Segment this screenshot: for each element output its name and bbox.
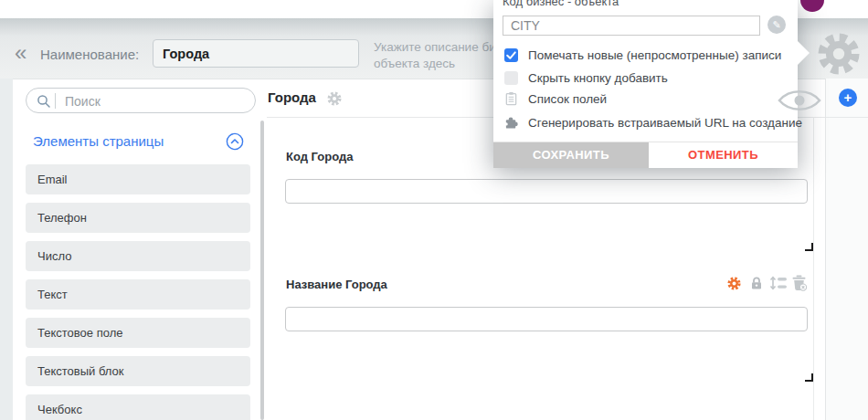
field-gear-icon[interactable] [726,276,742,291]
puzzle-icon [504,115,518,130]
option-field-list[interactable]: Список полей [504,90,607,107]
sidebar-item-label: Текстовое поле [26,318,250,348]
sidebar-item-label: Число [26,241,250,271]
sidebar-item-number[interactable]: Число [26,241,250,271]
right-column [826,79,868,420]
search-icon [37,94,51,109]
sidebar-item-textfield[interactable]: Текстовое поле [26,318,250,348]
sidebar-item-label: Email [26,164,250,194]
search-box[interactable] [26,88,256,113]
option-label: Помечать новые (непросмотренные) записи [528,48,781,62]
sidebar-item-email[interactable]: Email [26,164,250,194]
left-gutter [0,79,13,420]
canvas-right-border [813,117,814,420]
code-label: Код бизнес - объекта [503,0,619,8]
popup-arrow [798,41,810,65]
option-hide-add[interactable]: Скрыть кнопку добавить [504,69,668,86]
search-divider [55,93,56,109]
cancel-button[interactable]: ОТМЕНИТЬ [649,142,798,168]
sidebar-item-label: Чекбокс [26,394,250,420]
popup-buttons: СОХРАНИТЬ ОТМЕНИТЬ [493,142,798,168]
pencil-icon[interactable]: ✎ [767,16,786,34]
trash-icon[interactable] [791,275,807,291]
title-gear-icon[interactable] [326,90,343,107]
eye-icon[interactable] [778,87,821,114]
resize-handle[interactable] [805,373,813,382]
sidebar-item-text[interactable]: Текст [26,279,250,310]
name-input[interactable] [153,39,359,68]
sidebar-item-textblock[interactable]: Текстовый блок [26,356,250,386]
search-input[interactable] [63,89,249,113]
right-column-border [825,79,826,420]
name-field-label: Наименование: [40,47,139,62]
field-name-input[interactable] [285,307,808,331]
sidebar-item-label: Текстовый блок [26,356,250,386]
sidebar-item-label: Текст [26,279,250,310]
field-code-input[interactable] [285,179,808,204]
check-icon [504,48,518,62]
sidebar-item-label: Телефон [26,203,250,233]
field-label: Название Города [286,278,387,291]
option-generate-url[interactable]: Сгенерировать встраиваемый URL на создан… [504,114,802,131]
lock-icon[interactable] [749,276,764,290]
save-button[interactable]: СОХРАНИТЬ [493,142,649,168]
reorder-icon[interactable] [769,276,788,290]
field-label: Код Города [286,150,353,163]
description-line2: объекта здесь [374,57,455,70]
collapse-icon[interactable] [226,132,244,151]
description-placeholder[interactable]: Укажите описание би объекта здесь [374,39,496,72]
checkbox-unchecked[interactable] [504,71,518,85]
list-icon [504,91,518,106]
option-label: Скрыть кнопку добавить [528,71,668,85]
settings-popup: Код бизнес - объекта ✎ Помечать новые (н… [493,0,798,167]
option-label: Сгенерировать встраиваемый URL на создан… [528,116,802,130]
gear-icon[interactable] [814,29,863,79]
option-label: Список полей [528,92,607,106]
description-line1: Укажите описание би [374,40,496,54]
canvas-title: Города [268,89,316,105]
resize-handle[interactable] [805,243,813,251]
sidebar-section-title: Элементы страницы [33,133,164,149]
code-input[interactable] [503,16,760,36]
sidebar-item-checkbox[interactable]: Чекбокс [26,394,250,420]
back-button[interactable]: « [15,42,26,64]
checkbox-checked[interactable] [504,48,518,62]
app-window: « Наименование: Укажите описание би объе… [0,0,868,420]
sidebar-item-phone[interactable]: Телефон [26,203,250,233]
option-mark-new[interactable]: Помечать новые (непросмотренные) записи [504,47,781,63]
sidebar-scrollbar[interactable] [260,121,264,420]
plus-icon[interactable]: + [839,89,857,107]
